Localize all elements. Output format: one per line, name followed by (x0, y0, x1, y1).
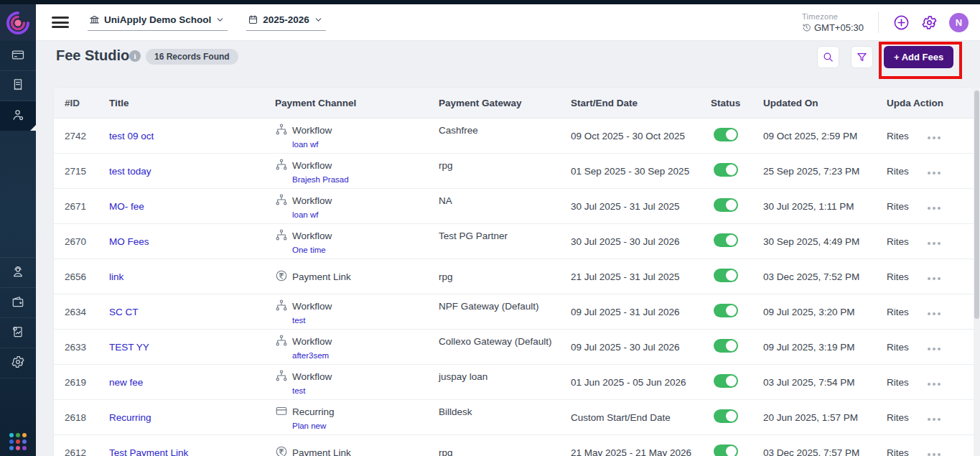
status-toggle[interactable] (714, 445, 738, 456)
sidebar-item-receipt[interactable] (0, 71, 36, 101)
status-toggle[interactable] (714, 128, 738, 141)
quick-add-button[interactable] (893, 14, 910, 31)
workflow-icon (275, 369, 288, 384)
support-user-icon (11, 264, 25, 281)
payment-link-icon (275, 269, 288, 284)
fee-title-link[interactable]: TEST YY (109, 342, 149, 353)
gear-icon (921, 14, 938, 31)
fee-title-link[interactable]: link (109, 271, 123, 282)
user-avatar[interactable]: N (949, 13, 969, 32)
search-button[interactable] (817, 46, 839, 68)
channel-label: Payment Link (292, 447, 351, 456)
column-header-updated-on: Updated On (763, 98, 887, 108)
vertical-scrollbar[interactable] (974, 88, 980, 456)
updated-on: 09 Jul 2025, 3:19 PM (763, 342, 887, 353)
table-row: 2612 Test Payment Link Payment Link rpg … (54, 435, 974, 456)
row-id: 2742 (65, 131, 109, 141)
sidebar-item-wallet[interactable] (0, 288, 36, 318)
table-row: 2633 TEST YY Workflow after3sem Collexo … (54, 330, 974, 365)
status-toggle[interactable] (714, 163, 738, 177)
column-header-action: Action (913, 98, 974, 108)
channel-sub-label[interactable]: One time (292, 246, 439, 254)
row-actions-button[interactable] (913, 207, 941, 210)
filter-button[interactable] (851, 46, 873, 68)
sidebar-item-user-settings[interactable] (0, 101, 36, 131)
column-header-title: Title (109, 98, 275, 108)
fee-title-link[interactable]: Test Payment Link (109, 447, 188, 456)
sidebar-item-settings[interactable] (0, 348, 36, 378)
updated-on: 03 Dec 2025, 7:52 PM (763, 271, 887, 282)
channel-sub-label[interactable]: Brajesh Prasad (292, 175, 439, 184)
channel-sub-label[interactable]: loan wf (292, 140, 439, 149)
channel-sub-label[interactable]: loan wf (292, 210, 439, 219)
channel-sub-label[interactable]: test (292, 386, 439, 395)
channel-sub-label[interactable]: test (292, 316, 439, 325)
column-header-gateway: Payment Gateway (439, 98, 571, 108)
fee-title-link[interactable]: new fee (109, 377, 143, 388)
row-id: 2619 (65, 377, 109, 388)
payment-link-icon (275, 445, 288, 456)
column-header-updated-by: Upda (887, 98, 913, 108)
status-toggle[interactable] (714, 198, 738, 212)
updated-on: 20 Jun 2025, 1:57 PM (763, 412, 887, 423)
row-actions-button[interactable] (913, 312, 941, 315)
status-toggle[interactable] (714, 269, 738, 282)
gateway-label: NPF Gateway (Default) (439, 294, 571, 312)
row-actions-button[interactable] (913, 277, 941, 280)
updated-on: 30 Sep 2025, 4:49 PM (763, 236, 887, 247)
table-row: 2619 new fee Workflow test juspay loan 0… (54, 365, 974, 400)
sidebar-item-support-user[interactable] (0, 258, 36, 288)
history-clock-icon (802, 23, 811, 32)
updated-on: 09 Jul 2025, 3:20 PM (763, 307, 887, 317)
table-row: 2670 MO Fees Workflow One time Test PG P… (54, 224, 974, 259)
fee-title-link[interactable]: MO Fees (109, 236, 149, 247)
row-actions-button[interactable] (913, 242, 941, 245)
chevron-down-icon (314, 15, 323, 24)
workflow-icon (275, 334, 288, 349)
channel-label: Workflow (292, 301, 332, 312)
updated-by: Rites (887, 166, 913, 177)
sidebar-item-credit-card[interactable] (0, 41, 36, 71)
updated-by: Rites (887, 131, 913, 141)
date-range: 30 Jul 2025 - 30 Jul 2026 (571, 236, 711, 247)
row-actions-button[interactable] (913, 136, 941, 139)
school-selector[interactable]: UniApply Demo School (88, 14, 228, 31)
channel-label: Workflow (292, 125, 332, 136)
channel-label: Workflow (292, 231, 332, 241)
report-icon (11, 325, 25, 342)
fee-title-link[interactable]: SC CT (109, 307, 139, 317)
recurring-icon (275, 404, 288, 419)
channel-sub-label[interactable]: Plan new (292, 422, 439, 430)
info-icon[interactable]: i (129, 50, 141, 62)
fee-title-link[interactable]: MO- fee (109, 201, 144, 212)
fee-title-link[interactable]: test today (109, 166, 151, 177)
date-range: 01 Jun 2025 - 05 Jun 2026 (571, 377, 711, 388)
channel-label: Payment Link (292, 271, 351, 282)
session-selector[interactable]: 2025-2026 (246, 14, 326, 31)
row-actions-button[interactable] (913, 453, 941, 456)
channel-sub-label[interactable]: after3sem (292, 351, 439, 360)
status-toggle[interactable] (714, 233, 738, 247)
row-actions-button[interactable] (913, 418, 941, 421)
row-actions-button[interactable] (913, 348, 941, 350)
row-actions-button[interactable] (913, 172, 941, 175)
page-title: Fee Studio (56, 47, 129, 64)
row-actions-button[interactable] (913, 383, 941, 386)
status-toggle[interactable] (714, 304, 738, 317)
status-toggle[interactable] (714, 339, 738, 353)
status-toggle[interactable] (714, 409, 738, 423)
apps-grid-button[interactable] (9, 433, 27, 450)
fee-title-link[interactable]: Recurring (109, 412, 151, 423)
hamburger-menu-button[interactable] (52, 17, 69, 28)
school-name: UniApply Demo School (104, 14, 211, 25)
settings-button[interactable] (921, 14, 938, 31)
scrollbar-thumb[interactable] (974, 90, 979, 319)
sidebar-item-report[interactable] (0, 318, 36, 348)
updated-by: Rites (887, 342, 913, 353)
status-toggle[interactable] (714, 374, 738, 388)
row-id: 2671 (65, 201, 109, 212)
gateway-label: Cashfree (439, 118, 571, 136)
top-strip (0, 0, 980, 4)
fees-table: #ID Title Payment Channel Payment Gatewa… (54, 88, 974, 456)
fee-title-link[interactable]: test 09 oct (109, 131, 154, 141)
